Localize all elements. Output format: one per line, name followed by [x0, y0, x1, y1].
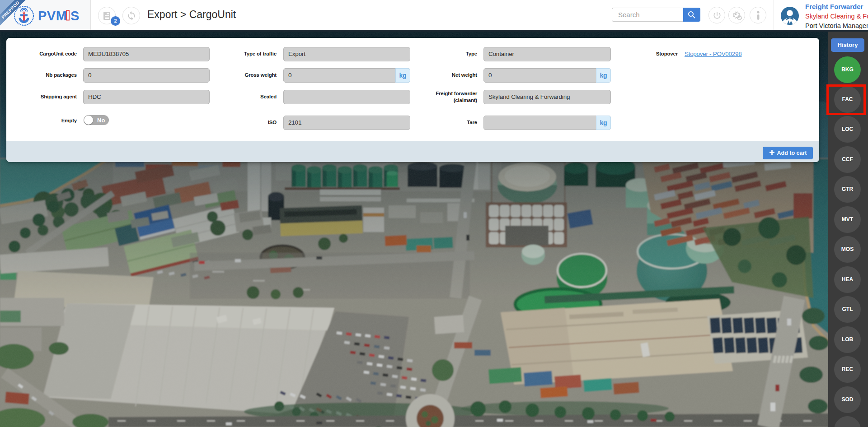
svg-text:PVM: PVM [38, 9, 67, 23]
svg-text:S: S [70, 9, 79, 23]
